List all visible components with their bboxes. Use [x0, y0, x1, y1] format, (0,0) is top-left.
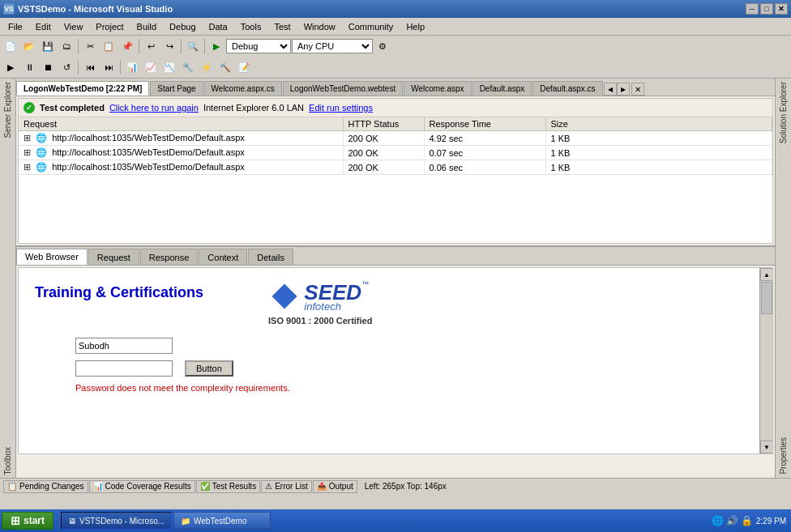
output-item[interactable]: 📤 Output	[313, 480, 357, 493]
menu-window[interactable]: Window	[297, 18, 342, 35]
lower-tabs: Web Browser Request Response Context Det…	[16, 247, 775, 266]
save-btn[interactable]: 💾	[39, 38, 57, 54]
tab-welcomeaspx[interactable]: Welcome.aspx	[404, 81, 471, 96]
menu-view[interactable]: View	[58, 18, 90, 35]
save-all-btn[interactable]: 🗂	[58, 38, 75, 54]
open-btn[interactable]: 📂	[20, 38, 38, 54]
app-icon: VS	[3, 3, 15, 15]
menu-debug[interactable]: Debug	[163, 18, 202, 35]
expand-icon-1[interactable]: ⊞	[24, 133, 31, 143]
pending-changes-item[interactable]: 📋 Pending Changes	[3, 480, 88, 493]
tb2-btn3[interactable]: ⏹	[39, 59, 57, 75]
seed-diamond-icon	[272, 283, 297, 309]
tab-scroll-right[interactable]: ▶	[617, 83, 630, 96]
scroll-down-btn[interactable]: ▼	[760, 440, 773, 453]
menu-project[interactable]: Project	[89, 18, 130, 35]
tb2-btn1[interactable]: ▶	[2, 59, 19, 75]
tab-context[interactable]: Context	[199, 249, 247, 265]
expand-icon-2[interactable]: ⊞	[24, 147, 31, 157]
tab-webtest[interactable]: LogonWebTestDemo.webtest	[283, 81, 403, 96]
test-results-item[interactable]: ✅ Test Results	[196, 480, 260, 493]
tab-scroll-left[interactable]: ◀	[604, 83, 617, 96]
col-status: HTTP Status	[343, 117, 424, 131]
menu-file[interactable]: File	[2, 18, 29, 35]
sep1	[78, 39, 79, 53]
redo-btn[interactable]: ↪	[160, 38, 178, 54]
edit-run-settings-link[interactable]: Edit run settings	[309, 103, 373, 113]
copy-btn[interactable]: 📋	[100, 38, 118, 54]
tab-startpage[interactable]: Start Page	[150, 81, 203, 96]
tab-defaultaspx[interactable]: Default.aspx	[472, 81, 532, 96]
password-input[interactable]	[75, 360, 173, 377]
start-button[interactable]: ⊞ start	[2, 512, 53, 530]
tab-request[interactable]: Request	[88, 249, 139, 265]
results-table: Request HTTP Status Response Time Size ⊞…	[19, 117, 772, 175]
certified-text: ISO 9001 : 2000 Certified	[268, 316, 372, 326]
tb2-btn13[interactable]: 📝	[235, 59, 253, 75]
table-row: ⊞ 🌐 http://localhost:1035/WebTestDemo/De…	[19, 160, 772, 175]
menu-edit[interactable]: Edit	[29, 18, 58, 35]
row3-size: 1 KB	[545, 160, 772, 175]
tab-logonwebtest[interactable]: LogonWebTestDemo [2:22 PM]	[16, 81, 149, 96]
taskbar-item-vstsdemo[interactable]: 🖥 VSTSDemo - Microso...	[61, 512, 172, 530]
table-row: ⊞ 🌐 http://localhost:1035/WebTestDemo/De…	[19, 131, 772, 146]
new-file-btn[interactable]: 📄	[2, 38, 19, 54]
taskbar-item-webtestdemo[interactable]: 📁 WebTestDemo	[173, 512, 271, 530]
run-btn[interactable]: ▶	[207, 38, 225, 54]
menu-data[interactable]: Data	[203, 18, 234, 35]
menu-tools[interactable]: Tools	[234, 18, 268, 35]
row1-status: 200 OK	[343, 131, 424, 146]
paste-btn[interactable]: 📌	[118, 38, 136, 54]
tab-nav-buttons: ◀ ▶ ✕	[604, 83, 644, 96]
scroll-track[interactable]	[760, 281, 772, 440]
close-button[interactable]: ✕	[775, 3, 788, 15]
run-again-link[interactable]: Click here to run again	[109, 103, 199, 113]
tb2-btn5[interactable]: ⏮	[81, 59, 99, 75]
scroll-up-btn[interactable]: ▲	[760, 268, 773, 281]
server-explorer-label[interactable]: Server Explorer	[3, 79, 12, 141]
device-btn[interactable]: ⚙	[374, 38, 391, 54]
windows-logo-icon: ⊞	[11, 514, 20, 527]
tb2-btn6[interactable]: ⏭	[100, 59, 118, 75]
menu-help[interactable]: Help	[400, 18, 431, 35]
tb2-btn11[interactable]: ⚡	[198, 59, 216, 75]
code-coverage-item[interactable]: 📊 Code Coverage Results	[89, 480, 195, 493]
cpu-select[interactable]: Any CPU	[292, 39, 373, 53]
tb2-btn2[interactable]: ⏸	[20, 59, 38, 75]
cut-btn[interactable]: ✂	[81, 38, 99, 54]
solution-explorer-label[interactable]: Solution Explorer	[779, 79, 788, 147]
menu-test[interactable]: Test	[267, 18, 297, 35]
document-tabs: LogonWebTestDemo [2:22 PM] Start Page We…	[16, 79, 775, 96]
minimize-button[interactable]: ─	[746, 3, 759, 15]
error-list-item[interactable]: ⚠ Error List	[261, 480, 312, 493]
tb2-btn4[interactable]: ↺	[58, 59, 75, 75]
tb2-btn8[interactable]: 📈	[142, 59, 160, 75]
menu-community[interactable]: Community	[342, 18, 400, 35]
tab-details[interactable]: Details	[248, 249, 293, 265]
submit-button[interactable]: Button	[185, 360, 233, 377]
tb2-btn7[interactable]: 📊	[123, 59, 141, 75]
tab-response[interactable]: Response	[140, 249, 199, 265]
menu-build[interactable]: Build	[130, 18, 163, 35]
undo-btn[interactable]: ↩	[142, 38, 160, 54]
tab-web-browser[interactable]: Web Browser	[16, 249, 88, 265]
test-status-text: Test completed	[40, 103, 105, 113]
properties-label[interactable]: Properties	[779, 434, 788, 478]
test-header: ✓ Test completed Click here to run again…	[19, 99, 772, 117]
toolbox-label[interactable]: Toolbox	[3, 444, 12, 478]
find-btn[interactable]: 🔍	[184, 38, 202, 54]
sep5	[78, 60, 79, 74]
network-icon: 🌐	[712, 515, 724, 526]
tab-defaultaspxcs[interactable]: Default.aspx.cs	[532, 81, 602, 96]
scroll-thumb[interactable]	[761, 282, 772, 314]
expand-icon-3[interactable]: ⊞	[24, 162, 31, 172]
debug-config-select[interactable]: Debug	[226, 39, 291, 53]
tb2-btn12[interactable]: 🔨	[216, 59, 234, 75]
tb2-btn9[interactable]: 📉	[160, 59, 178, 75]
tab-close-button[interactable]: ✕	[631, 83, 644, 96]
tab-welcomeaspxcs[interactable]: Welcome.aspx.cs	[204, 81, 282, 96]
username-input[interactable]	[75, 338, 173, 354]
tb2-btn10[interactable]: 🔧	[179, 59, 197, 75]
maximize-button[interactable]: □	[760, 3, 773, 15]
test-results-text: Test Results	[212, 482, 256, 491]
